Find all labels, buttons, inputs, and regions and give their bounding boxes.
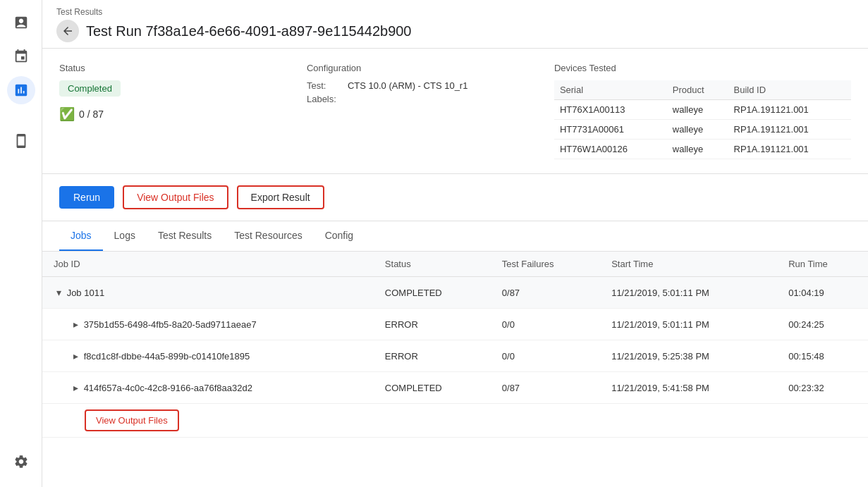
expand-child-button[interactable]: ▸ xyxy=(71,317,81,331)
device-build-id: RP1A.191121.001 xyxy=(728,120,851,140)
child-status: COMPLETED xyxy=(374,372,491,404)
rerun-button[interactable]: Rerun xyxy=(59,186,114,209)
sidebar-item-tasks[interactable] xyxy=(7,8,35,37)
device-product: walleye xyxy=(667,100,728,120)
sidebar-item-calendar[interactable] xyxy=(7,42,35,70)
child-id-cell: ▸ 414f657a-4c0c-42c8-9166-aa76f8aa32d2 xyxy=(42,372,374,404)
config-col: Configuration Test: CTS 10.0 (ARM) - CTS… xyxy=(307,63,554,159)
child-run-time: 00:24:25 xyxy=(777,309,868,340)
child-row: ▸ 414f657a-4c0c-42c8-9166-aa76f8aa32d2 C… xyxy=(42,372,868,404)
config-test-key: Test: xyxy=(307,80,342,91)
status-col: Status Completed ✅ 0 / 87 xyxy=(59,63,307,159)
col-start-time: Start Time xyxy=(600,252,777,277)
device-row: HT7731A00061 walleye RP1A.191121.001 xyxy=(554,120,851,140)
back-button[interactable] xyxy=(56,20,79,42)
devices-col-buildid: Build ID xyxy=(728,80,851,100)
device-serial: HT76W1A00126 xyxy=(554,140,667,159)
sidebar-item-reports[interactable] xyxy=(7,76,35,104)
breadcrumb: Test Results xyxy=(56,7,854,17)
config-labels-key: Labels: xyxy=(307,94,342,104)
child-start-time: 11/21/2019, 5:01:11 PM xyxy=(600,309,777,340)
device-row: HT76W1A00126 walleye RP1A.191121.001 xyxy=(554,140,851,159)
page-title: Test Run 7f38a1e4-6e66-4091-a897-9e11544… xyxy=(86,23,412,39)
child-test-failures: 0/0 xyxy=(491,309,600,340)
export-result-button[interactable]: Export Result xyxy=(237,185,324,209)
config-label: Configuration xyxy=(307,63,554,73)
sidebar xyxy=(0,0,42,487)
child-test-failures: 0/0 xyxy=(491,340,600,372)
device-row: HT76X1A00113 walleye RP1A.191121.001 xyxy=(554,100,851,120)
status-label: Status xyxy=(59,63,307,73)
tab-test-results[interactable]: Test Results xyxy=(147,221,223,251)
job-status: COMPLETED xyxy=(374,277,491,309)
tab-jobs[interactable]: Jobs xyxy=(59,221,103,251)
config-test-row: Test: CTS 10.0 (ARM) - CTS 10_r1 xyxy=(307,80,554,91)
job-id-label: Job 1011 xyxy=(67,288,105,298)
pass-count: ✅ 0 / 87 xyxy=(59,106,307,122)
tab-test-resources[interactable]: Test Resources xyxy=(223,221,313,251)
expand-child-button[interactable]: ▸ xyxy=(71,381,81,395)
main-content: Test Results Test Run 7f38a1e4-6e66-4091… xyxy=(42,0,868,487)
devices-label: Devices Tested xyxy=(554,63,851,73)
tabs-row: JobsLogsTest ResultsTest ResourcesConfig xyxy=(42,221,868,252)
col-run-time: Run Time xyxy=(777,252,868,277)
child-test-failures: 0/87 xyxy=(491,372,600,404)
devices-table: Serial Product Build ID HT76X1A00113 wal… xyxy=(554,80,851,159)
view-output-row: View Output Files xyxy=(42,404,868,438)
job-run-time: 01:04:19 xyxy=(777,277,868,309)
devices-col-product: Product xyxy=(667,80,728,100)
job-id-cell: ▾ Job 1011 xyxy=(42,277,374,309)
child-status: ERROR xyxy=(374,309,491,340)
child-id-label: 414f657a-4c0c-42c8-9166-aa76f8aa32d2 xyxy=(84,383,252,393)
child-row: ▸ 375b1d55-6498-4fb5-8a20-5ad9711aeae7 E… xyxy=(42,309,868,340)
jobs-table: Job ID Status Test Failures Start Time R… xyxy=(42,252,868,438)
child-status: ERROR xyxy=(374,340,491,372)
config-test-value: CTS 10.0 (ARM) - CTS 10_r1 xyxy=(348,80,468,91)
device-build-id: RP1A.191121.001 xyxy=(728,140,851,159)
view-output-button[interactable]: View Output Files xyxy=(123,185,228,209)
status-badge: Completed xyxy=(59,80,121,97)
device-product: walleye xyxy=(667,140,728,159)
child-id-cell: ▸ f8cd1c8f-dbbe-44a5-899b-c01410fe1895 xyxy=(42,340,374,372)
device-serial: HT76X1A00113 xyxy=(554,100,667,120)
child-start-time: 11/21/2019, 5:25:38 PM xyxy=(600,340,777,372)
job-test-failures: 0/87 xyxy=(491,277,600,309)
child-run-time: 00:15:48 xyxy=(777,340,868,372)
device-serial: HT7731A00061 xyxy=(554,120,667,140)
col-status: Status xyxy=(374,252,491,277)
expand-job-button[interactable]: ▾ xyxy=(54,285,64,300)
actions-row: Rerun View Output Files Export Result xyxy=(42,174,868,221)
header: Test Results Test Run 7f38a1e4-6e66-4091… xyxy=(42,0,868,49)
pass-count-value: 0 / 87 xyxy=(79,109,104,120)
child-start-time: 11/21/2019, 5:41:58 PM xyxy=(600,372,777,404)
tab-config[interactable]: Config xyxy=(314,221,365,251)
tab-logs[interactable]: Logs xyxy=(103,221,147,251)
jobs-table-wrap: Job ID Status Test Failures Start Time R… xyxy=(42,252,868,438)
expand-child-button[interactable]: ▸ xyxy=(71,349,81,363)
devices-col-serial: Serial xyxy=(554,80,667,100)
child-id-label: 375b1d55-6498-4fb5-8a20-5ad9711aeae7 xyxy=(84,319,257,330)
job-row: ▾ Job 1011 COMPLETED 0/87 11/21/2019, 5:… xyxy=(42,277,868,309)
device-build-id: RP1A.191121.001 xyxy=(728,100,851,120)
info-section: Status Completed ✅ 0 / 87 Configuration … xyxy=(42,49,868,174)
col-job-id: Job ID xyxy=(42,252,374,277)
sidebar-item-devices[interactable] xyxy=(7,127,35,155)
job-start-time: 11/21/2019, 5:01:11 PM xyxy=(600,277,777,309)
check-circle-icon: ✅ xyxy=(59,106,75,122)
child-id-label: f8cd1c8f-dbbe-44a5-899b-c01410fe1895 xyxy=(84,351,250,362)
child-run-time: 00:23:32 xyxy=(777,372,868,404)
devices-col: Devices Tested Serial Product Build ID H… xyxy=(554,63,851,159)
col-test-failures: Test Failures xyxy=(491,252,600,277)
child-row: ▸ f8cd1c8f-dbbe-44a5-899b-c01410fe1895 E… xyxy=(42,340,868,372)
sidebar-item-settings[interactable] xyxy=(7,448,35,476)
child-id-cell: ▸ 375b1d55-6498-4fb5-8a20-5ad9711aeae7 xyxy=(42,309,374,340)
config-labels-row: Labels: xyxy=(307,94,554,104)
device-product: walleye xyxy=(667,120,728,140)
inline-view-output-button[interactable]: View Output Files xyxy=(85,409,179,431)
